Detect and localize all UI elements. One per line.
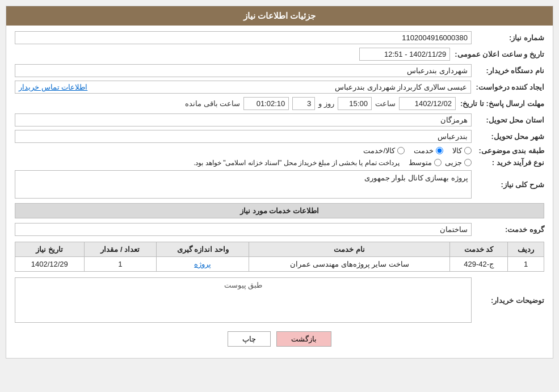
remaining-value: 01:02:10 bbox=[243, 97, 289, 110]
buyer-org-value: شهرداری بندرعباس bbox=[15, 64, 472, 77]
category-radio-khedmat[interactable] bbox=[436, 147, 443, 154]
unit-link[interactable]: پروژه bbox=[194, 260, 211, 268]
category-radio-kala[interactable] bbox=[464, 147, 472, 154]
creator-value: عیسی سالاری کاربرداز شهرداری بندرعباس bbox=[335, 83, 467, 91]
services-section-header: اطلاعات خدمات مورد نیاز bbox=[15, 203, 544, 218]
city-row: شهر محل تحویل: بندرعباس bbox=[15, 130, 544, 143]
col-header-row-num: ردیف bbox=[508, 242, 544, 257]
service-group-label: گروه خدمت: bbox=[476, 225, 544, 234]
city-label: شهر محل تحویل: bbox=[476, 132, 544, 141]
main-card: جزئیات اطلاعات نیاز شماره نیاز: 11020049… bbox=[6, 6, 553, 359]
process-text: پرداخت تمام یا بخشی از مبلغ خریداز محل "… bbox=[194, 159, 400, 167]
table-header-row: ردیف کد خدمت نام خدمت واحد اندازه گیری ت… bbox=[15, 242, 544, 257]
col-header-unit: واحد اندازه گیری bbox=[157, 242, 249, 257]
announce-label: تاریخ و ساعت اعلان عمومی: bbox=[455, 50, 544, 58]
card-header: جزئیات اطلاعات نیاز bbox=[6, 6, 553, 26]
process-radio-jozii[interactable] bbox=[464, 159, 472, 166]
category-option-kala-khedmat: کالا/خدمت bbox=[363, 146, 405, 155]
process-radio-motavasset[interactable] bbox=[434, 159, 442, 166]
cell-unit: پروژه bbox=[157, 257, 249, 272]
need-number-label: شماره نیاز: bbox=[476, 33, 544, 42]
table-row: 1 ج-42-429 ساخت سایر پروژه‌های مهندسی عم… bbox=[15, 257, 544, 272]
remaining-label: ساعت باقی مانده bbox=[185, 99, 240, 108]
send-date-label: مهلت ارسال پاسخ: تا تاریخ: bbox=[460, 99, 544, 108]
category-label-khedmat: خدمت bbox=[414, 146, 434, 155]
back-button[interactable]: بازگشت bbox=[276, 331, 331, 347]
need-desc-label: شرح کلی نیاز: bbox=[476, 180, 544, 189]
send-date-row: مهلت ارسال پاسخ: تا تاریخ: 1402/12/02 سا… bbox=[15, 97, 544, 110]
send-time-label: ساعت bbox=[375, 99, 396, 108]
announce-value: 1402/11/29 - 12:51 bbox=[359, 48, 450, 61]
cell-date: 1402/12/29 bbox=[15, 257, 85, 272]
send-date-value: 1402/12/02 bbox=[399, 97, 456, 110]
need-desc-value: پروژه بهسازی کانال بلوار جمهوری bbox=[15, 170, 472, 199]
category-radio-group: کالا خدمت کالا/خدمت bbox=[363, 146, 472, 155]
process-row: نوع فرآیند خرید : جزیی متوسط پرداخت تمام… bbox=[15, 158, 544, 167]
category-label-kala: کالا bbox=[452, 146, 462, 155]
province-label: استان محل تحویل: bbox=[476, 116, 544, 124]
category-label: طبقه بندی موضوعی: bbox=[476, 146, 544, 155]
buyer-desc-label: توضیحات خریدار: bbox=[476, 296, 544, 305]
buyer-desc-inner-label: طبق پیوست bbox=[18, 281, 468, 289]
page-title: جزئیات اطلاعات نیاز bbox=[243, 11, 316, 20]
send-date-fields: 1402/12/02 ساعت 15:00 روز و 3 01:02:10 س… bbox=[15, 97, 456, 110]
creator-value-box: عیسی سالاری کاربرداز شهرداری بندرعباس اط… bbox=[15, 81, 471, 94]
cell-service-name: ساخت سایر پروژه‌های مهندسی عمران bbox=[249, 257, 450, 272]
category-option-kala: کالا bbox=[452, 146, 472, 155]
category-option-khedmat: خدمت bbox=[414, 146, 443, 155]
buyer-desc-row: توضیحات خریدار: طبق پیوست bbox=[15, 277, 544, 323]
send-day-label: روز و bbox=[318, 99, 334, 108]
button-row: بازگشت چاپ bbox=[15, 331, 544, 347]
process-option-jozii: جزیی bbox=[445, 158, 472, 167]
process-content: جزیی متوسط پرداخت تمام یا بخشی از مبلغ خ… bbox=[194, 158, 472, 167]
announce-row: تاریخ و ساعت اعلان عمومی: 1402/11/29 - 1… bbox=[15, 48, 544, 61]
cell-row-num: 1 bbox=[508, 257, 544, 272]
col-header-quantity: تعداد / مقدار bbox=[84, 242, 157, 257]
services-table-section: ردیف کد خدمت نام خدمت واحد اندازه گیری ت… bbox=[15, 242, 544, 272]
need-number-value: 1102004916000380 bbox=[15, 31, 472, 44]
process-option-motavasset: متوسط bbox=[409, 158, 442, 167]
creator-row: ایجاد کننده درخواست: عیسی سالاری کاربردا… bbox=[15, 81, 544, 94]
col-header-date: تاریخ نیاز bbox=[15, 242, 85, 257]
cell-service-code: ج-42-429 bbox=[450, 257, 508, 272]
need-number-row: شماره نیاز: 1102004916000380 bbox=[15, 31, 544, 44]
print-button[interactable]: چاپ bbox=[228, 331, 271, 347]
process-type-label: نوع فرآیند خرید : bbox=[476, 158, 544, 167]
cell-quantity: 1 bbox=[84, 257, 157, 272]
process-label-jozii: جزیی bbox=[445, 158, 462, 167]
send-day-value: 3 bbox=[292, 97, 315, 110]
buyer-org-label: نام دستگاه خریدار: bbox=[476, 66, 544, 75]
service-group-row: گروه خدمت: ساختمان bbox=[15, 223, 544, 236]
category-label-kala-khedmat: کالا/خدمت bbox=[363, 146, 395, 155]
buyer-org-row: نام دستگاه خریدار: شهرداری بندرعباس bbox=[15, 64, 544, 77]
need-desc-row: شرح کلی نیاز: پروژه بهسازی کانال بلوار ج… bbox=[15, 170, 544, 199]
category-radio-kala-khedmat[interactable] bbox=[397, 147, 405, 154]
service-group-value: ساختمان bbox=[15, 223, 472, 236]
col-header-service-code: کد خدمت bbox=[450, 242, 508, 257]
send-time-value: 15:00 bbox=[338, 97, 372, 110]
contact-info-link[interactable]: اطلاعات تماس خریدار bbox=[19, 83, 87, 91]
buyer-desc-box: طبق پیوست bbox=[15, 277, 472, 323]
province-row: استان محل تحویل: هرمزگان bbox=[15, 113, 544, 127]
services-table: ردیف کد خدمت نام خدمت واحد اندازه گیری ت… bbox=[15, 242, 544, 272]
creator-label: ایجاد کننده درخواست: bbox=[476, 83, 544, 91]
card-body: شماره نیاز: 1102004916000380 تاریخ و ساع… bbox=[6, 26, 553, 358]
process-label-motavasset: متوسط bbox=[409, 158, 432, 167]
category-row: طبقه بندی موضوعی: کالا خدمت کالا/خدمت bbox=[15, 146, 544, 155]
province-value: هرمزگان bbox=[15, 113, 472, 127]
col-header-service-name: نام خدمت bbox=[249, 242, 450, 257]
city-value: بندرعباس bbox=[15, 130, 472, 143]
page-wrapper: جزئیات اطلاعات نیاز شماره نیاز: 11020049… bbox=[0, 0, 559, 364]
